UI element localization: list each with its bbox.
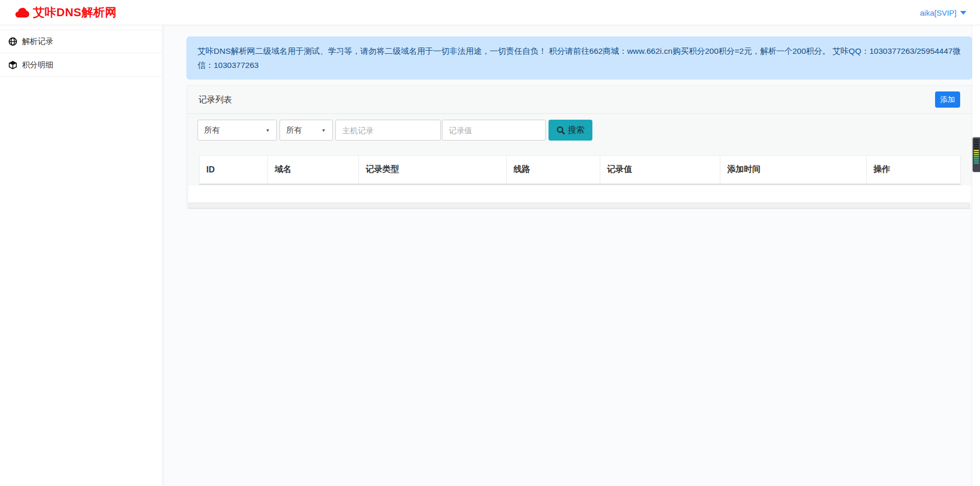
- record-value-input[interactable]: [442, 120, 546, 141]
- search-icon: [556, 126, 565, 135]
- brand-title: 艾咔DNS解析网: [33, 5, 116, 20]
- column-header-time: 添加时间: [720, 155, 866, 184]
- caret-down-icon: ▼: [265, 128, 270, 133]
- add-record-button[interactable]: 添加: [935, 91, 960, 108]
- sidebar-item-label: 积分明细: [22, 60, 53, 70]
- sidebar-item-points[interactable]: 积分明细: [0, 53, 162, 77]
- cloud-icon: [15, 7, 30, 18]
- extension-scroll-indicator[interactable]: [973, 137, 980, 172]
- sidebar-item-records[interactable]: 解析记录: [0, 30, 162, 53]
- records-panel: 记录列表 添加 所有 ▼ 所有 ▼ 搜索 ID 域名 记录类型 线路 记录值: [186, 85, 972, 209]
- search-button-label: 搜索: [568, 125, 585, 136]
- globe-icon: [8, 37, 17, 46]
- cube-icon: [8, 61, 17, 70]
- table-empty-body: [189, 186, 971, 202]
- notice-banner: 艾咔DNS解析网二级域名用于测试、学习等，请勿将二级域名用于一切非法用途，一切责…: [186, 37, 972, 79]
- user-menu[interactable]: aika[SVIP]: [920, 0, 966, 25]
- sidebar-item-label: 解析记录: [22, 37, 53, 47]
- host-record-input[interactable]: [335, 120, 441, 141]
- column-header-action: 操作: [866, 155, 961, 184]
- brand[interactable]: 艾咔DNS解析网: [15, 0, 116, 25]
- column-header-id: ID: [199, 155, 267, 184]
- page: 艾咔DNS解析网 aika[SVIP] 解析记录: [0, 0, 980, 486]
- user-name: aika[SVIP]: [920, 8, 956, 17]
- panel-header: 记录列表 添加: [187, 86, 972, 114]
- type-filter-select[interactable]: 所有 ▼: [279, 120, 333, 141]
- column-header-domain: 域名: [267, 155, 358, 184]
- domain-filter-select[interactable]: 所有 ▼: [197, 120, 277, 141]
- type-filter-value: 所有: [286, 125, 302, 135]
- top-navbar: 艾咔DNS解析网 aika[SVIP]: [0, 0, 980, 25]
- caret-down-icon: ▼: [321, 128, 326, 133]
- panel-title: 记录列表: [199, 86, 232, 114]
- column-header-line: 线路: [506, 155, 600, 184]
- search-button[interactable]: 搜索: [549, 120, 592, 141]
- column-header-type: 记录类型: [358, 155, 506, 184]
- domain-filter-value: 所有: [204, 125, 220, 135]
- sidebar: 解析记录 积分明细: [0, 25, 162, 486]
- chevron-down-icon: [960, 11, 966, 15]
- pagination-bar: [189, 203, 970, 209]
- records-table: ID 域名 记录类型 线路 记录值 添加时间 操作: [199, 155, 961, 185]
- column-header-value: 记录值: [600, 155, 720, 184]
